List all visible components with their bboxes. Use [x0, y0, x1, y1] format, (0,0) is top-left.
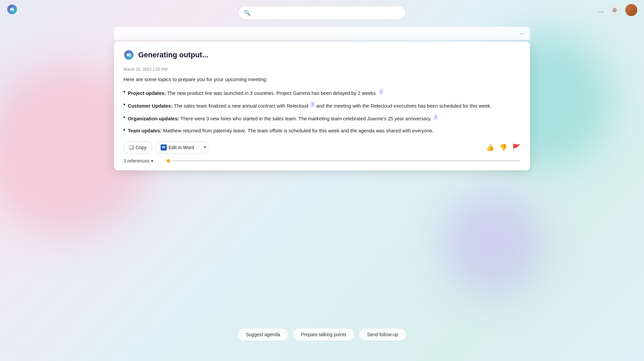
references-row: 3 references ▾ — [123, 158, 521, 164]
app-logo[interactable] — [7, 4, 17, 16]
suggestion-buttons: Suggest agenda Prepare talking points Se… — [237, 328, 407, 341]
suggestion-btn-1[interactable]: Prepare talking points — [292, 328, 355, 341]
footer-actions-right: 👍 👎 🚩 — [486, 143, 521, 152]
reference-badge[interactable]: 1 — [379, 89, 384, 95]
avatar[interactable] — [625, 4, 637, 16]
bullet-text: Organization updates: There were 3 new h… — [128, 114, 438, 122]
bullet-body: Matthew returned from paternity leave. T… — [163, 128, 433, 133]
top-bar-right: ... ⚙ — [598, 4, 637, 16]
suggestion-btn-2[interactable]: Send follow-up — [359, 328, 407, 341]
footer-actions-left: ❑ Copy W Edit in Word — [123, 141, 210, 154]
suggestion-btn-0[interactable]: Suggest agenda — [237, 328, 288, 341]
panel-more-button[interactable]: ··· — [520, 30, 525, 37]
search-bar-wrapper: 🔍 — [238, 6, 406, 19]
bullet-text: Customer Updates: The sales team finaliz… — [128, 102, 491, 110]
bg-blob-purple — [443, 193, 543, 294]
progress-bar-container — [167, 159, 521, 163]
bullet-item-team: Team updates: Matthew returned from pate… — [123, 127, 521, 134]
bullet-body-2: and the meeting with the Relecloud execu… — [316, 103, 491, 109]
reference-badge[interactable]: 3 — [433, 114, 438, 120]
card-footer: ❑ Copy W Edit in Word 👍 — [123, 141, 521, 154]
references-button[interactable]: 3 references ▾ — [123, 158, 153, 164]
bullet-label: Organization updates: — [128, 116, 179, 121]
generating-label: Generating output... — [138, 51, 208, 59]
references-chevron-icon: ▾ — [151, 158, 153, 164]
top-bar-panel: ··· — [114, 27, 530, 40]
timestamp: March 16, 2023 1:00 PM — [123, 67, 521, 72]
progress-dot — [167, 159, 170, 163]
gear-icon: ⚙ — [612, 7, 617, 13]
bullet-list: Project updates: The new product line wa… — [123, 89, 521, 135]
search-bar[interactable]: 🔍 — [238, 6, 406, 19]
copilot-logo-icon — [123, 50, 134, 60]
thumbs-down-icon: 👎 — [499, 143, 507, 152]
bullet-text: Team updates: Matthew returned from pate… — [128, 127, 434, 134]
copy-label: Copy — [136, 145, 147, 150]
chat-card: Generating output... March 16, 2023 1:00… — [114, 42, 530, 170]
edit-word-label: Edit in Word — [169, 145, 194, 150]
copy-button[interactable]: ❑ Copy — [123, 141, 152, 154]
bullet-body: The sales team finalized a new annual co… — [174, 103, 309, 109]
progress-track — [172, 160, 521, 162]
bullet-dot — [123, 116, 125, 118]
edit-word-group: W Edit in Word — [155, 141, 210, 154]
thumbs-up-button[interactable]: 👍 — [486, 143, 494, 152]
bullet-item-project: Project updates: The new product line wa… — [123, 89, 521, 97]
bullet-label: Customer Updates: — [128, 103, 173, 109]
thumbs-down-button[interactable]: 👎 — [499, 143, 507, 152]
search-icon: 🔍 — [244, 10, 251, 16]
flag-icon: 🚩 — [512, 143, 521, 152]
card-header: Generating output... — [123, 50, 521, 60]
thumbs-up-icon: 👍 — [486, 143, 494, 152]
references-label: 3 references — [123, 158, 150, 164]
bullet-body: There were 3 new hires who started in th… — [180, 116, 432, 121]
bullet-dot — [123, 129, 125, 131]
settings-button[interactable]: ⚙ — [609, 5, 620, 15]
edit-word-dropdown-button[interactable] — [200, 142, 210, 153]
bullet-item-org: Organization updates: There were 3 new h… — [123, 114, 521, 122]
bullet-item-customer: Customer Updates: The sales team finaliz… — [123, 102, 521, 110]
word-icon: W — [161, 144, 167, 151]
bullet-dot — [123, 104, 125, 105]
top-bar: 🔍 ... ⚙ — [0, 0, 644, 20]
flag-button[interactable]: 🚩 — [512, 143, 521, 152]
bullet-label: Project updates: — [128, 90, 166, 96]
bullet-text: Project updates: The new product line wa… — [128, 89, 383, 97]
bullet-body: The new product line was launched in 3 c… — [167, 90, 377, 96]
chevron-down-icon — [204, 146, 206, 148]
intro-text: Here are some topics to prepare you for … — [123, 76, 521, 83]
bullet-label: Team updates: — [128, 128, 162, 133]
bullet-dot — [123, 91, 125, 93]
edit-word-button[interactable]: W Edit in Word — [155, 142, 200, 153]
copy-icon: ❑ — [129, 144, 133, 151]
more-options-button[interactable]: ... — [598, 6, 604, 14]
main-area: ··· Generating output... March 16, 202 — [114, 27, 530, 170]
reference-badge[interactable]: 2 — [310, 102, 315, 108]
